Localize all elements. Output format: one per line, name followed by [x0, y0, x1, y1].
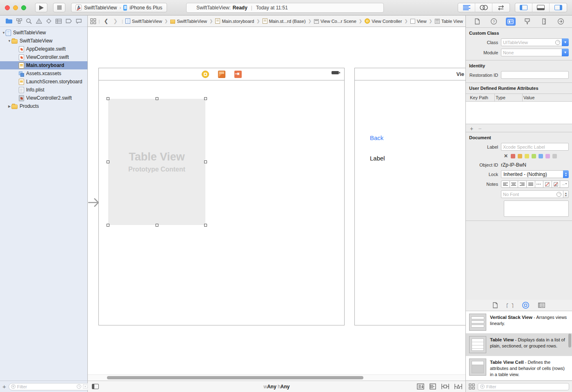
navigator-item-infoplist[interactable]: Info.plist [0, 86, 87, 94]
navigator-item-products[interactable]: ▶ Products [0, 102, 87, 110]
table-view-selected[interactable]: Table View Prototype Content [108, 99, 205, 225]
jump-to-class-icon[interactable] [555, 40, 560, 45]
no-background-button[interactable] [543, 180, 552, 188]
resize-handle[interactable] [204, 224, 207, 227]
library-item-table-view[interactable]: Table View - Displays data in a list of … [466, 334, 572, 356]
library-item-vertical-stack-view[interactable]: Vertical Stack View - Arranges views lin… [466, 311, 572, 334]
disclosure-triangle[interactable]: ▼ [2, 31, 6, 35]
font-picker-icon[interactable] [556, 192, 561, 197]
storyboard-canvas[interactable]: Table View Prototype Content Vie Back La… [88, 27, 465, 381]
align-right-button[interactable] [518, 180, 527, 188]
breadcrumb-view[interactable]: View [410, 19, 427, 24]
resize-handle[interactable] [107, 97, 109, 100]
remove-attribute-button[interactable]: − [478, 125, 481, 132]
breadcrumb-view-controller[interactable]: View Controller [365, 18, 402, 24]
module-field[interactable] [501, 49, 562, 56]
no-text-color-button[interactable]: a [552, 180, 561, 188]
class-dropdown-button[interactable]: ▼ [562, 38, 569, 46]
color-swatch-green[interactable] [532, 154, 536, 158]
navigator-filter-input[interactable] [17, 384, 75, 389]
assistant-editor-button[interactable] [475, 3, 492, 12]
forward-button[interactable]: ❯ [111, 18, 119, 24]
run-button[interactable] [35, 3, 47, 12]
color-swatch-yellow[interactable] [525, 154, 529, 158]
toggle-utilities-button[interactable] [550, 3, 567, 12]
library-grid-view-icon[interactable] [469, 383, 475, 390]
library-filter-input[interactable] [486, 384, 567, 389]
resize-handle[interactable] [204, 160, 207, 163]
document-label-field[interactable] [501, 143, 569, 151]
module-input[interactable] [503, 50, 560, 55]
exit-icon[interactable] [234, 71, 242, 78]
add-button[interactable]: + [2, 383, 6, 390]
notes-font-input[interactable] [503, 192, 556, 197]
pin-button[interactable] [441, 384, 449, 389]
breadcrumb-storyboard-base[interactable]: Main.st...rd (Base) [263, 18, 306, 24]
toggle-navigator-button[interactable] [515, 3, 532, 12]
disclosure-triangle[interactable]: ▼ [7, 39, 11, 43]
navigator-item-assets[interactable]: Assets.xcassets [0, 69, 87, 78]
disclosure-triangle[interactable]: ▶ [7, 105, 11, 108]
ui-label[interactable]: Label [370, 155, 385, 162]
runtime-attributes-table[interactable] [466, 102, 572, 124]
no-color-button[interactable]: ✕ [504, 153, 508, 159]
file-inspector-tab[interactable] [472, 18, 482, 26]
resize-handle[interactable] [107, 160, 109, 163]
document-label-input[interactable] [503, 145, 567, 149]
lock-stepper[interactable]: ▲▼ [563, 170, 569, 178]
back-button[interactable]: ❮ [102, 18, 110, 24]
size-class-control[interactable]: wAny hAny [88, 384, 465, 390]
identity-inspector-tab[interactable] [506, 18, 516, 26]
breadcrumb-storyboard[interactable]: Main.storyboard [215, 18, 254, 24]
stack-button[interactable] [417, 383, 424, 390]
minimize-button[interactable] [13, 5, 18, 10]
recent-files-icon[interactable] [77, 384, 81, 389]
connections-inspector-tab[interactable] [556, 18, 566, 26]
version-editor-button[interactable] [492, 3, 510, 12]
color-swatch-purple[interactable] [545, 154, 550, 158]
navigator-item-launchscreen[interactable]: LaunchScreen.storyboard [0, 78, 87, 86]
first-responder-icon[interactable] [218, 71, 225, 78]
font-size-stepper[interactable]: ▲▼ [563, 190, 569, 198]
test-navigator-icon[interactable] [46, 18, 51, 24]
breadcrumb-project[interactable]: SwiftTableView [125, 18, 162, 24]
toggle-debug-area-button[interactable] [532, 3, 550, 12]
class-field[interactable] [501, 38, 562, 46]
back-button-label[interactable]: Back [370, 134, 383, 141]
resize-handle[interactable] [156, 224, 158, 227]
lock-select[interactable]: Inherited - (Nothing) [501, 170, 563, 178]
library-filter-field[interactable] [478, 383, 569, 390]
resize-handle[interactable] [156, 97, 158, 100]
align-center-button[interactable] [510, 180, 519, 188]
navigator-item-viewcontroller[interactable]: ViewController.swift [0, 53, 87, 61]
notes-font-field[interactable] [501, 190, 563, 198]
symbol-navigator-icon[interactable] [16, 18, 22, 24]
library-scrollbar-thumb[interactable] [568, 334, 571, 347]
debug-navigator-icon[interactable] [56, 19, 62, 24]
second-view-controller-scene[interactable]: Vie Back Label [354, 68, 465, 325]
zoom-button[interactable] [21, 5, 26, 10]
view-controller-scene[interactable]: Table View Prototype Content [98, 68, 345, 325]
search-navigator-icon[interactable] [26, 18, 32, 24]
add-attribute-button[interactable]: + [470, 125, 473, 132]
navigator-item-main-storyboard[interactable]: Main.storyboard [0, 61, 87, 69]
color-swatch-red[interactable] [511, 154, 515, 158]
navigator-filter-field[interactable] [9, 383, 90, 390]
color-swatch-blue[interactable] [539, 154, 543, 158]
size-inspector-tab[interactable] [539, 18, 549, 26]
breadcrumb-scene[interactable]: View Co...r Scene [314, 19, 356, 24]
more-formats-button[interactable]: ... [560, 180, 569, 188]
notes-text-area[interactable] [504, 200, 569, 217]
breakpoint-navigator-icon[interactable] [66, 19, 72, 23]
object-library-tab[interactable] [522, 302, 529, 309]
align-left-button[interactable] [501, 180, 510, 188]
file-template-library-tab[interactable] [493, 302, 498, 308]
media-library-tab[interactable] [538, 303, 545, 308]
issue-navigator-icon[interactable] [36, 18, 42, 24]
breadcrumb-table-view[interactable]: Table View [435, 19, 463, 24]
horizontal-scrollbar-thumb[interactable] [107, 376, 363, 379]
project-navigator-icon[interactable] [6, 18, 12, 24]
navigator-item-appdelegate[interactable]: AppDelegate.swift [0, 45, 87, 53]
navigator-item-project[interactable]: ▼ SwiftTableView [0, 29, 87, 37]
horizontal-scrollbar-track[interactable] [88, 374, 465, 381]
